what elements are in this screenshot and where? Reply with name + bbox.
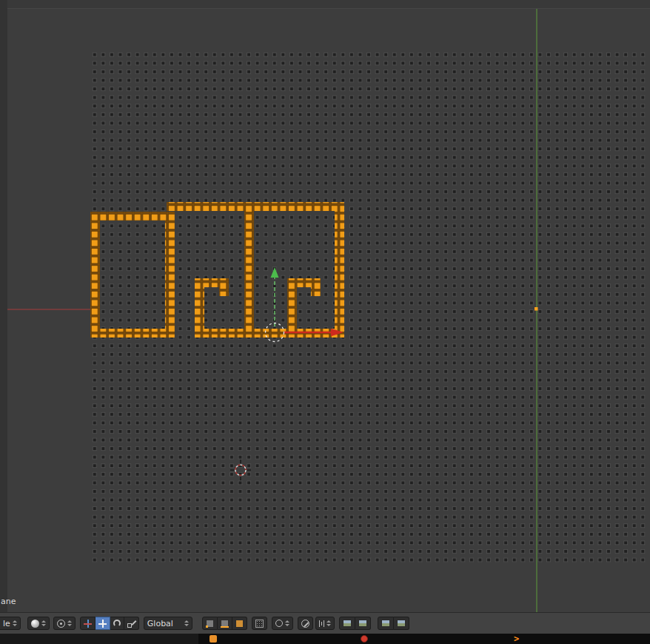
selected-vertices[interactable]: [165, 212, 175, 338]
mode-dropdown-label: le: [3, 619, 10, 628]
proportional-edit-dropdown[interactable]: [272, 617, 293, 630]
viewport-canvas[interactable]: [0, 0, 650, 612]
taskbar-record-icon[interactable]: [361, 635, 368, 643]
extra-view-button[interactable]: [378, 617, 394, 630]
selected-vertices[interactable]: [90, 212, 100, 338]
edge-select-mode-icon: [221, 620, 229, 628]
manipulator-toggle-group: [80, 617, 139, 630]
face-select-button[interactable]: [232, 617, 247, 630]
picture-icon: [381, 620, 390, 627]
selected-vertices[interactable]: [195, 278, 229, 287]
render-opengl-image-icon: [343, 620, 352, 627]
os-taskbar: >: [0, 634, 650, 644]
selected-vertices[interactable]: [219, 287, 229, 296]
occlude-geometry-icon: [255, 620, 264, 628]
selected-vertices[interactable]: [335, 202, 344, 338]
select-mode-group: [202, 617, 247, 630]
selected-vertices[interactable]: [244, 202, 254, 338]
object-name-overlay: ane: [1, 597, 16, 607]
selected-vertices[interactable]: [90, 212, 175, 221]
pivot-point-icon: [57, 620, 65, 628]
shading-dropdown[interactable]: [27, 617, 50, 630]
chevron-stepper-icon: [41, 620, 46, 626]
vertex-select-mode-icon: [206, 620, 214, 628]
left-editor-strip: [0, 0, 7, 612]
shading-sphere-icon: [31, 620, 39, 628]
selected-vertices[interactable]: [90, 329, 175, 338]
render-opengl-anim-button[interactable]: [355, 617, 371, 630]
extra-button-group: [378, 617, 409, 630]
picture-icon: [397, 620, 406, 627]
occlude-geometry-button[interactable]: [252, 617, 267, 630]
selected-vertices[interactable]: [311, 287, 321, 296]
chevron-stepper-icon: [184, 620, 189, 626]
translate-manipulator-icon: [98, 620, 107, 628]
top-editor-strip: [0, 0, 650, 9]
chevron-stepper-icon: [326, 620, 331, 626]
face-select-mode-icon: [235, 620, 244, 628]
selected-vertices[interactable]: [287, 287, 297, 338]
manipulator-toggle-button[interactable]: [80, 617, 96, 630]
manipulator-axis-icon: [84, 620, 92, 628]
taskbar-app-icon[interactable]: [210, 635, 217, 643]
chevron-stepper-icon: [67, 620, 72, 626]
object-origin-dot: [535, 307, 538, 311]
rotate-manipulator-button[interactable]: [110, 617, 124, 630]
mode-dropdown[interactable]: le: [0, 617, 21, 630]
render-opengl-image-button[interactable]: [339, 617, 355, 630]
viewport-canvas-container[interactable]: [0, 0, 650, 612]
rotate-manipulator-icon: [113, 620, 121, 627]
proportional-editing-icon: [275, 620, 283, 627]
snap-increment-icon: [319, 620, 325, 627]
selected-vertices[interactable]: [167, 202, 344, 211]
orientation-dropdown-label: Global: [147, 619, 173, 628]
render-opengl-anim-icon: [358, 620, 367, 627]
snap-element-dropdown[interactable]: [315, 617, 335, 630]
selected-vertices[interactable]: [287, 278, 321, 287]
viewport-header: le Global: [0, 612, 650, 634]
scale-manipulator-icon: [127, 620, 135, 628]
snap-disabled-icon: [301, 620, 309, 628]
edge-select-button[interactable]: [218, 617, 232, 630]
vertex-select-button[interactable]: [202, 617, 218, 630]
viewport-3d[interactable]: ane: [0, 0, 650, 612]
taskbar-left-segment: [0, 634, 198, 644]
orientation-dropdown[interactable]: Global: [144, 617, 192, 630]
snap-toggle-button[interactable]: [298, 617, 313, 630]
chevron-stepper-icon: [285, 620, 289, 626]
extra-view-button-2[interactable]: [394, 617, 409, 630]
translate-manipulator-button[interactable]: [96, 617, 110, 630]
scale-manipulator-button[interactable]: [124, 617, 139, 630]
pivot-dropdown[interactable]: [53, 617, 76, 630]
chevron-stepper-icon: [13, 620, 17, 626]
taskbar-prompt-icon[interactable]: >: [514, 634, 519, 644]
render-button-group: [339, 617, 371, 630]
